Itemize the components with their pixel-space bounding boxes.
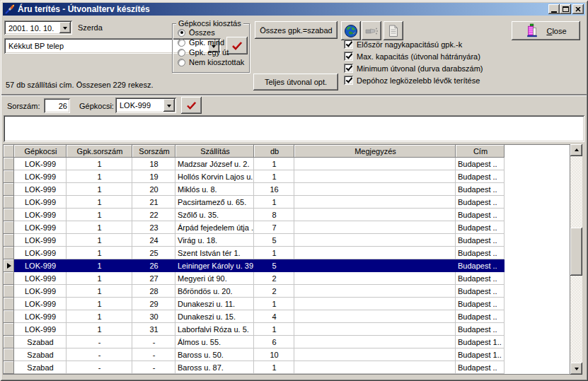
cell-g-pkocsi[interactable]: LOK-999 xyxy=(14,221,67,234)
cell-megjegyz-s[interactable] xyxy=(294,234,456,247)
row-selector[interactable] xyxy=(4,336,14,348)
cell-gpk-sorsz-m[interactable]: - xyxy=(67,361,132,374)
cell-db[interactable]: 1 xyxy=(254,323,294,336)
table-row[interactable]: LOK-999131Laborfalvi Róza u. 5.1Budapest… xyxy=(4,323,570,336)
cell-sorsz-m[interactable]: 24 xyxy=(132,234,175,247)
cell-db[interactable]: 5 xyxy=(254,234,294,247)
cell-gpk-sorsz-m[interactable]: - xyxy=(67,348,132,361)
cell-gpk-sorsz-m[interactable]: - xyxy=(67,336,132,348)
cell-megjegyz-s[interactable] xyxy=(294,298,456,310)
cell-c-m[interactable]: Budapest .. xyxy=(456,158,505,170)
cell-megjegyz-s[interactable] xyxy=(294,323,456,336)
cell-gpk-sorsz-m[interactable]: 1 xyxy=(67,183,132,196)
cell-db[interactable]: 1 xyxy=(254,158,294,170)
cell-c-m[interactable]: Budapest .. xyxy=(456,285,505,298)
scrollbar-thumb[interactable] xyxy=(570,228,582,276)
table-row[interactable]: LOK-999130Dunakeszi u. 15.4Budapest .. xyxy=(4,310,570,323)
vehicle-dropdown-button[interactable] xyxy=(163,99,175,112)
cell-sz-ll-t-s[interactable]: Szőlő u. 35. xyxy=(175,209,254,221)
cell-gpk-sorsz-m[interactable]: 1 xyxy=(67,196,132,209)
cell-db[interactable]: 1 xyxy=(254,247,294,259)
cell-sorsz-m[interactable]: 20 xyxy=(132,183,175,196)
row-selector[interactable] xyxy=(4,285,14,298)
cell-c-m[interactable]: Budapest .. xyxy=(456,221,505,234)
row-selector[interactable] xyxy=(4,298,14,310)
cell-sz-ll-t-s[interactable]: Bőröndös u. 20. xyxy=(175,285,254,298)
radio-option-sszes[interactable]: Összes xyxy=(178,28,249,37)
cell-sorsz-m[interactable]: 22 xyxy=(132,209,175,221)
cell-g-pkocsi[interactable]: LOK-999 xyxy=(14,209,67,221)
cell-sz-ll-t-s[interactable]: Árpád fejedelem útja .. xyxy=(175,221,254,234)
row-selector[interactable] xyxy=(4,310,14,323)
cell-db[interactable]: 1 xyxy=(254,196,294,209)
cell-c-m[interactable]: Budapest .. xyxy=(456,247,505,259)
cell-g-pkocsi[interactable]: Szabad xyxy=(14,361,67,374)
date-dropdown-button[interactable] xyxy=(59,22,71,33)
cell-sorsz-m[interactable]: 23 xyxy=(132,221,175,234)
row-selector[interactable] xyxy=(4,234,14,247)
cell-db[interactable]: 6 xyxy=(254,336,294,348)
table-row[interactable]: Szabad--Baross u. 87.1Budapest .. xyxy=(4,361,570,374)
checkbox-el-sz-r-nagykapacit-s-gpk-k[interactable]: Először nagykapacitású gpk.-k xyxy=(344,40,584,49)
cell-megjegyz-s[interactable] xyxy=(294,247,456,259)
column-header-gpk-sorsz-m[interactable]: Gpk.sorszám xyxy=(67,145,132,158)
cell-g-pkocsi[interactable]: LOK-999 xyxy=(14,158,67,170)
cell-sz-ll-t-s[interactable]: Baross u. 50. xyxy=(175,348,254,361)
cell-gpk-sorsz-m[interactable]: 1 xyxy=(67,272,132,285)
cell-c-m[interactable]: Budapest .. xyxy=(456,259,505,272)
cell-db[interactable]: 1 xyxy=(254,298,294,310)
table-row[interactable]: LOK-999120Miklós u. 8.16Budapest .. xyxy=(4,183,570,196)
cell-g-pkocsi[interactable]: Szabad xyxy=(14,336,67,348)
cell-g-pkocsi[interactable]: Szabad xyxy=(14,348,67,361)
row-selector[interactable] xyxy=(4,196,14,209)
report-button[interactable] xyxy=(384,21,403,40)
table-row[interactable]: LOK-999118Madzsar József u. 2.1Budapest … xyxy=(4,158,570,170)
cell-c-m[interactable]: Budapest .. xyxy=(456,183,505,196)
cell-sz-ll-t-s[interactable]: Virág u. 18. xyxy=(175,234,254,247)
cell-megjegyz-s[interactable] xyxy=(294,170,456,183)
cell-sorsz-m[interactable]: 30 xyxy=(132,310,175,323)
cell-c-m[interactable]: Budapest .. xyxy=(456,310,505,323)
cell-sorsz-m[interactable]: 26 xyxy=(132,259,175,272)
cell-g-pkocsi[interactable]: LOK-999 xyxy=(14,183,67,196)
cell-c-m[interactable]: Budapest .. xyxy=(456,170,505,183)
cell-gpk-sorsz-m[interactable]: 1 xyxy=(67,170,132,183)
column-header-db[interactable]: db xyxy=(254,145,294,158)
cell-sz-ll-t-s[interactable]: Hollós Korvin Lajos u.. xyxy=(175,170,254,183)
checkbox-max-kapacit-s-tvonal-h-tr-ny-ra[interactable]: Max. kapacitás (útvonal hátrányára) xyxy=(344,52,584,61)
cell-sorsz-m[interactable]: - xyxy=(132,336,175,348)
cell-sorsz-m[interactable]: 29 xyxy=(132,298,175,310)
radio-option-nem-kiosztottak[interactable]: Nem kiosztottak xyxy=(178,57,249,67)
cell-megjegyz-s[interactable] xyxy=(294,310,456,323)
table-row[interactable]: LOK-999123Árpád fejedelem útja ..7Budape… xyxy=(4,221,570,234)
cell-sorsz-m[interactable]: - xyxy=(132,348,175,361)
cell-sorsz-m[interactable]: 19 xyxy=(132,170,175,183)
radio-option-gpk-mind[interactable]: Gpk. mind xyxy=(178,37,249,47)
cell-megjegyz-s[interactable] xyxy=(294,336,456,348)
column-header-c-m[interactable]: Cím xyxy=(456,145,505,158)
cell-megjegyz-s[interactable] xyxy=(294,348,456,361)
cell-gpk-sorsz-m[interactable]: 1 xyxy=(67,323,132,336)
table-row[interactable]: LOK-999129Dunakeszi u. 11.1Budapest .. xyxy=(4,298,570,310)
cell-db[interactable]: 2 xyxy=(254,272,294,285)
cell-megjegyz-s[interactable] xyxy=(294,183,456,196)
table-row[interactable]: Szabad--Álmos u. 55.6Budapest 1.. xyxy=(4,336,570,348)
cell-megjegyz-s[interactable] xyxy=(294,285,456,298)
close-window-button[interactable] xyxy=(572,4,584,14)
cell-g-pkocsi[interactable]: LOK-999 xyxy=(14,247,67,259)
cell-gpk-sorsz-m[interactable]: 1 xyxy=(67,247,132,259)
cell-sz-ll-t-s[interactable]: Pacsirtamező u. 65. xyxy=(175,196,254,209)
cell-gpk-sorsz-m[interactable]: 1 xyxy=(67,209,132,221)
cell-db[interactable]: 16 xyxy=(254,183,294,196)
cell-c-m[interactable]: Budapest .. xyxy=(456,272,505,285)
cell-g-pkocsi[interactable]: LOK-999 xyxy=(14,196,67,209)
cell-c-m[interactable]: Budapest .. xyxy=(456,209,505,221)
cell-sz-ll-t-s[interactable]: Leininger Károly u. 39. xyxy=(175,259,254,272)
row-selector[interactable] xyxy=(4,209,14,221)
cell-g-pkocsi[interactable]: LOK-999 xyxy=(14,272,67,285)
cell-sz-ll-t-s[interactable]: Miklós u. 8. xyxy=(175,183,254,196)
column-header-g-pkocsi[interactable]: Gépkocsi xyxy=(14,145,67,158)
cell-c-m[interactable]: Budapest .. xyxy=(456,323,505,336)
table-row[interactable]: LOK-999126Leininger Károly u. 39.5Budape… xyxy=(4,259,570,272)
cell-sorsz-m[interactable]: 25 xyxy=(132,247,175,259)
